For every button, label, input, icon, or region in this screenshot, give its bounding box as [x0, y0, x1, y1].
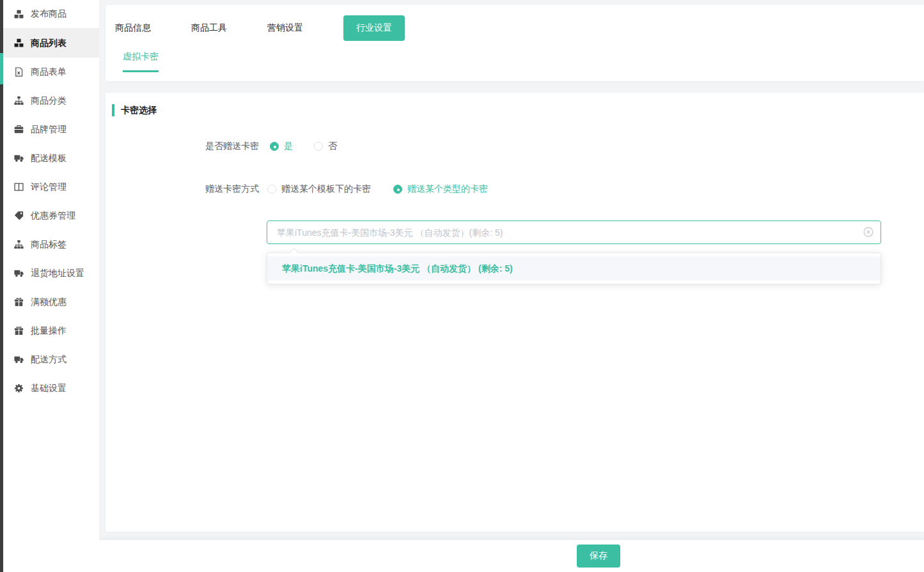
sidebar-item-label: 配送方式 [31, 354, 67, 366]
radio-option-label: 否 [328, 141, 337, 152]
sidebar-item-label: 退货地址设置 [31, 268, 84, 279]
sidebar-item-label: 商品标签 [31, 239, 67, 251]
sidebar-item-label: 商品表单 [31, 66, 67, 78]
truck-icon [14, 268, 24, 278]
sidebar-item-batch-operations[interactable]: 批量操作 [3, 316, 99, 345]
sidebar-item-delivery-method[interactable]: 配送方式 [3, 345, 99, 374]
radio-unchecked-icon[interactable] [314, 142, 323, 151]
radio-option-template-card[interactable]: 赠送某个模板下的卡密 [267, 183, 371, 195]
radio-group-gift-toggle: 是 否 [270, 141, 337, 152]
card-select-dropdown: 苹果iTunes充值卡-美国市场-3美元 （自动发货） (剩余: 5) [267, 252, 881, 284]
tabs-card: 商品信息 商品工具 营销设置 行业设置 虚拟卡密 [106, 5, 924, 81]
sidebar-item-label: 批量操作 [31, 325, 67, 337]
sidebar-item-product-list[interactable]: 商品列表 [3, 29, 99, 58]
sidebar: 发布商品 商品列表 商品表单 商品分类 品牌管理 配送模板 评论管理 优惠券管理… [3, 0, 99, 572]
card-select-input[interactable] [267, 220, 881, 244]
sidebar-item-coupon-management[interactable]: 优惠券管理 [3, 201, 99, 230]
tab-product-info[interactable]: 商品信息 [115, 22, 151, 34]
radio-group-gift-method: 赠送某个模板下的卡密 赠送某个类型的卡密 [267, 183, 488, 195]
radio-checked-icon[interactable] [393, 185, 402, 194]
radio-option-no[interactable]: 否 [314, 141, 337, 152]
radio-option-type-card[interactable]: 赠送某个类型的卡密 [393, 183, 488, 195]
sidebar-item-label: 基础设置 [31, 383, 67, 394]
left-edge-scrollbar-thumb[interactable] [0, 53, 3, 84]
sidebar-item-label: 商品分类 [31, 95, 67, 107]
dropdown-caret [290, 248, 299, 257]
sidebar-item-label: 满额优惠 [31, 297, 67, 308]
sidebar-item-basic-settings[interactable]: 基础设置 [3, 374, 99, 403]
file-form-icon [14, 67, 24, 77]
sitemap-icon [14, 96, 24, 105]
sidebar-item-label: 评论管理 [31, 182, 67, 193]
section-title: 卡密选择 [112, 104, 157, 116]
tab-product-tools[interactable]: 商品工具 [191, 22, 227, 34]
circle-close-icon[interactable] [863, 227, 873, 237]
sidebar-item-product-form[interactable]: 商品表单 [3, 58, 99, 86]
subtab-virtual-card[interactable]: 虚拟卡密 [123, 51, 159, 72]
sidebar-item-delivery-template[interactable]: 配送模板 [3, 144, 99, 173]
content-card: 卡密选择 是否赠送卡密 是 否 赠送卡密方式 赠送某个模板下的卡密 赠送某个类型… [106, 93, 924, 532]
sidebar-item-label: 商品列表 [31, 38, 67, 49]
cubes-icon [14, 10, 24, 19]
sidebar-item-publish-product[interactable]: 发布商品 [3, 0, 99, 29]
cubes-icon [14, 38, 24, 48]
tag-icon [14, 211, 24, 220]
truck-icon [14, 153, 24, 163]
dropdown-option[interactable]: 苹果iTunes充值卡-美国市场-3美元 （自动发货） (剩余: 5) [267, 256, 881, 281]
briefcase-icon [14, 125, 24, 134]
form-label: 是否赠送卡密 [106, 141, 259, 152]
section-title-text: 卡密选择 [121, 105, 157, 116]
card-select [267, 220, 881, 244]
sub-tabs: 虚拟卡密 [106, 51, 924, 72]
sidebar-item-product-category[interactable]: 商品分类 [3, 86, 99, 115]
save-button[interactable]: 保存 [577, 545, 620, 568]
form-row-gift-toggle: 是否赠送卡密 是 否 [106, 137, 924, 155]
radio-option-label: 赠送某个类型的卡密 [407, 183, 488, 195]
form-row-gift-method: 赠送卡密方式 赠送某个模板下的卡密 赠送某个类型的卡密 [106, 180, 924, 198]
gear-icon [14, 383, 24, 393]
gift-icon [14, 297, 24, 307]
sidebar-item-label: 品牌管理 [31, 124, 67, 135]
sidebar-item-label: 配送模板 [31, 153, 67, 164]
tab-marketing-settings[interactable]: 营销设置 [267, 22, 303, 34]
radio-option-label: 赠送某个模板下的卡密 [281, 183, 371, 195]
radio-checked-icon[interactable] [270, 142, 279, 151]
radio-unchecked-icon[interactable] [267, 185, 276, 194]
radio-option-yes[interactable]: 是 [270, 141, 293, 152]
main-tabs: 商品信息 商品工具 营销设置 行业设置 [106, 5, 924, 51]
left-edge-scrollbar [0, 0, 3, 572]
form-label: 赠送卡密方式 [106, 183, 259, 195]
sidebar-item-return-address[interactable]: 退货地址设置 [3, 259, 99, 288]
columns-icon [14, 182, 24, 192]
sidebar-item-comment-management[interactable]: 评论管理 [3, 173, 99, 201]
sidebar-item-label: 优惠券管理 [31, 210, 75, 222]
gift-icon [14, 326, 24, 336]
sidebar-item-product-tags[interactable]: 商品标签 [3, 230, 99, 259]
sidebar-item-full-discount[interactable]: 满额优惠 [3, 288, 99, 316]
sidebar-item-label: 发布商品 [31, 8, 67, 20]
truck-icon [14, 355, 24, 364]
tab-industry-settings[interactable]: 行业设置 [343, 15, 405, 41]
radio-option-label: 是 [284, 141, 293, 152]
section-title-bar [112, 104, 114, 116]
footer-bar: 保存 [99, 539, 924, 572]
sitemap-icon [14, 240, 24, 249]
sidebar-item-brand-management[interactable]: 品牌管理 [3, 115, 99, 144]
